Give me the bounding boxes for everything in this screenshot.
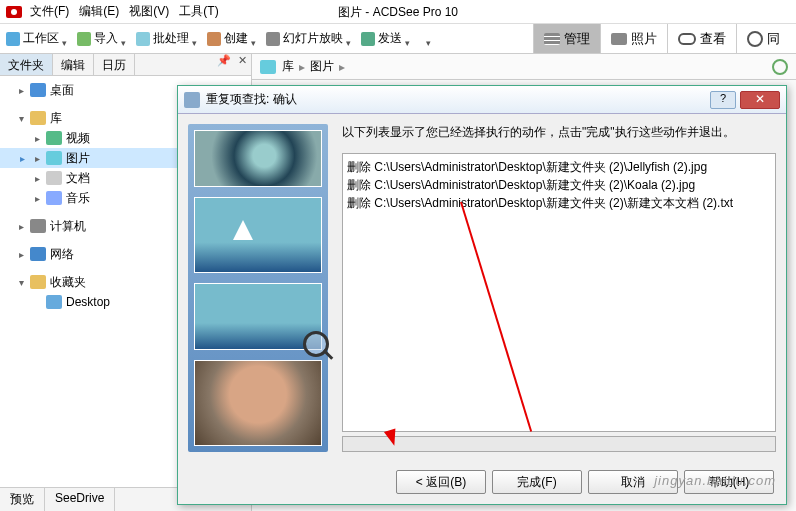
menu-tools[interactable]: 工具(T) bbox=[179, 3, 218, 20]
breadcrumb-item[interactable]: 图片 bbox=[310, 58, 334, 75]
pictures-icon bbox=[46, 151, 62, 165]
decorative-thumb-portrait bbox=[194, 360, 322, 446]
toolbar-batch[interactable]: 批处理 bbox=[136, 30, 199, 47]
magnifier-icon bbox=[303, 331, 329, 357]
node-label: 音乐 bbox=[66, 190, 90, 207]
list-item[interactable]: 删除 C:\Users\Administrator\Desktop\新建文件夹 … bbox=[347, 194, 771, 212]
close-panel-icon[interactable]: ✕ bbox=[233, 54, 251, 75]
music-icon bbox=[46, 191, 62, 205]
chevron-down-icon bbox=[121, 35, 128, 42]
toolbar-label: 发送 bbox=[378, 30, 402, 47]
chevron-right-icon: ▸ bbox=[339, 60, 345, 74]
help-button[interactable]: ? bbox=[710, 91, 736, 109]
pin-icon[interactable]: 📌 bbox=[215, 54, 233, 75]
toolbar-workspace[interactable]: 工作区 bbox=[6, 30, 69, 47]
pictures-icon bbox=[260, 60, 276, 74]
mode-tab-manage[interactable]: 管理 bbox=[533, 24, 600, 53]
chevron-down-icon[interactable] bbox=[426, 35, 433, 42]
mode-tab-view[interactable]: 查看 bbox=[667, 24, 736, 53]
list-item[interactable]: 删除 C:\Users\Administrator\Desktop\新建文件夹 … bbox=[347, 176, 771, 194]
toolbar-import[interactable]: 导入 bbox=[77, 30, 128, 47]
decorative-thumb-sailboat bbox=[194, 197, 322, 273]
node-label: 桌面 bbox=[50, 82, 74, 99]
menu-file[interactable]: 文件(F) bbox=[30, 3, 69, 20]
toolbar-label: 导入 bbox=[94, 30, 118, 47]
panel-tab-edit[interactable]: 编辑 bbox=[53, 54, 94, 75]
dialog-titlebar[interactable]: 重复项查找: 确认 ? ✕ bbox=[178, 86, 786, 114]
toolbar-send[interactable]: 发送 bbox=[361, 30, 412, 47]
favorites-icon bbox=[30, 275, 46, 289]
dialog-sidebar-image bbox=[188, 124, 328, 452]
breadcrumb: 库 ▸ 图片 ▸ bbox=[252, 54, 796, 80]
tab-label: 同 bbox=[767, 30, 780, 48]
window-title: 图片 - ACDSee Pro 10 bbox=[338, 4, 458, 21]
node-label: 库 bbox=[50, 110, 62, 127]
action-list[interactable]: 删除 C:\Users\Administrator\Desktop\新建文件夹 … bbox=[342, 153, 776, 432]
toolbar-slideshow[interactable]: 幻灯片放映 bbox=[266, 30, 353, 47]
bottom-tab-seedrive[interactable]: SeeDrive bbox=[45, 488, 115, 511]
toolbar-label: 幻灯片放映 bbox=[283, 30, 343, 47]
mode-tab-sync[interactable]: 同 bbox=[736, 24, 790, 53]
bottom-tab-preview[interactable]: 预览 bbox=[0, 488, 45, 511]
horizontal-scrollbar[interactable] bbox=[342, 436, 776, 452]
list-item[interactable]: 删除 C:\Users\Administrator\Desktop\新建文件夹 … bbox=[347, 158, 771, 176]
toolbar: 工作区 导入 批处理 创建 幻灯片放映 发送 管理 照片 查看 同 bbox=[0, 24, 796, 54]
toolbar-label: 批处理 bbox=[153, 30, 189, 47]
node-label: Desktop bbox=[66, 295, 110, 309]
sync-icon bbox=[747, 31, 763, 47]
folder-icon bbox=[46, 295, 62, 309]
tab-label: 照片 bbox=[631, 30, 657, 48]
node-label: 收藏夹 bbox=[50, 274, 86, 291]
finish-button[interactable]: 完成(F) bbox=[492, 470, 582, 494]
eye-icon bbox=[678, 33, 696, 45]
chevron-down-icon bbox=[192, 35, 199, 42]
dialog-title: 重复项查找: 确认 bbox=[206, 91, 297, 108]
decorative-thumb-eye bbox=[194, 130, 322, 187]
back-button[interactable]: < 返回(B) bbox=[396, 470, 486, 494]
grid-icon bbox=[544, 33, 560, 45]
menu-view[interactable]: 视图(V) bbox=[129, 3, 169, 20]
video-icon bbox=[46, 131, 62, 145]
duplicate-finder-dialog: 重复项查找: 确认 ? ✕ 以下列表显示了您已经选择执行的动作，点击"完成"执行… bbox=[177, 85, 787, 505]
dialog-message: 以下列表显示了您已经选择执行的动作，点击"完成"执行这些动作并退出。 bbox=[342, 124, 776, 141]
watermark: jingyan.baidu.com bbox=[654, 473, 776, 488]
computer-icon bbox=[30, 219, 46, 233]
node-label: 网络 bbox=[50, 246, 74, 263]
toolbar-label: 工作区 bbox=[23, 30, 59, 47]
network-icon bbox=[30, 247, 46, 261]
photo-icon bbox=[611, 33, 627, 45]
refresh-icon[interactable] bbox=[772, 59, 788, 75]
library-icon bbox=[30, 111, 46, 125]
menu-edit[interactable]: 编辑(E) bbox=[79, 3, 119, 20]
documents-icon bbox=[46, 171, 62, 185]
decorative-thumb-sailboat-magnify bbox=[194, 283, 322, 350]
tab-label: 查看 bbox=[700, 30, 726, 48]
breadcrumb-item[interactable]: 库 bbox=[282, 58, 294, 75]
chevron-down-icon bbox=[346, 35, 353, 42]
toolbar-create[interactable]: 创建 bbox=[207, 30, 258, 47]
search-icon bbox=[184, 92, 200, 108]
app-icon bbox=[6, 6, 22, 18]
toolbar-label: 创建 bbox=[224, 30, 248, 47]
node-label: 视频 bbox=[66, 130, 90, 147]
close-button[interactable]: ✕ bbox=[740, 91, 780, 109]
node-label: 计算机 bbox=[50, 218, 86, 235]
tab-label: 管理 bbox=[564, 30, 590, 48]
panel-tab-calendar[interactable]: 日历 bbox=[94, 54, 135, 75]
mode-tab-photo[interactable]: 照片 bbox=[600, 24, 667, 53]
node-label: 文档 bbox=[66, 170, 90, 187]
panel-tab-folders[interactable]: 文件夹 bbox=[0, 54, 53, 75]
chevron-down-icon bbox=[62, 35, 69, 42]
node-label: 图片 bbox=[66, 150, 90, 167]
chevron-down-icon bbox=[251, 35, 258, 42]
desktop-icon bbox=[30, 83, 46, 97]
chevron-down-icon bbox=[405, 35, 412, 42]
chevron-right-icon: ▸ bbox=[299, 60, 305, 74]
